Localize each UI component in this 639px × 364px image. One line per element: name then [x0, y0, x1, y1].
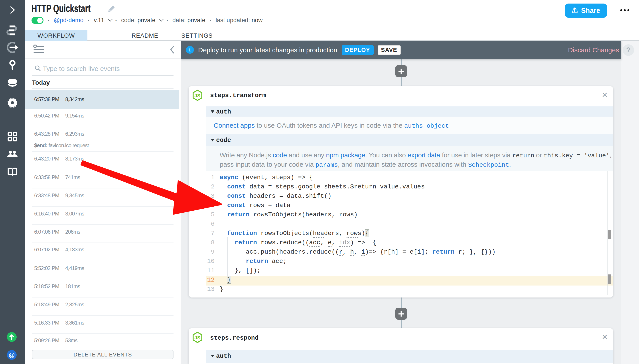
svg-text:@: @ — [9, 352, 15, 358]
svg-text:JS: JS — [195, 93, 201, 98]
svg-text:JS: JS — [195, 335, 201, 340]
